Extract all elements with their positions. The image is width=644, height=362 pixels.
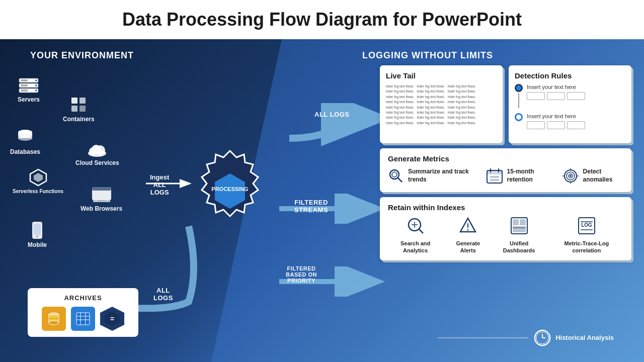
retain-item-correlation: LOG Metric-Trace-Log correlation: [550, 217, 623, 254]
web-label: Web Browsers: [80, 205, 122, 212]
svg-rect-25: [92, 187, 111, 191]
svg-point-35: [49, 321, 59, 325]
archives-icons: =: [36, 307, 130, 331]
svg-rect-6: [21, 79, 28, 81]
det-box-1a: [527, 92, 545, 100]
cloud-label: Cloud Services: [75, 159, 119, 166]
detection-item-1: Insert your text here: [515, 84, 625, 109]
anomalies-icon: [562, 168, 579, 186]
filtered-priority-label: FILTEREDBASED ONPRIORITY: [286, 265, 317, 284]
svg-rect-12: [79, 106, 86, 112]
det-box-2c: [567, 121, 585, 129]
cloud-icon: [86, 143, 108, 157]
svg-text:PROCESSING: PROCESSING: [211, 186, 248, 192]
svg-rect-48: [487, 170, 502, 174]
det-box-2b: [547, 121, 565, 129]
detection-rules-card: Detection Rules Insert your text here: [509, 65, 631, 143]
generate-metrics-wrapper: Generate Metrics Summarize and track tre…: [380, 148, 631, 192]
title-bar: Data Processing Flow Diagram for PowerPo…: [0, 0, 644, 39]
search-analytics-icon: [407, 217, 425, 237]
archive-barrel-icon: [42, 307, 66, 331]
env-item-containers: Containers: [63, 96, 95, 123]
historical-clock-icon: [533, 329, 551, 347]
generate-metrics-card: Generate Metrics Summarize and track tre…: [380, 148, 631, 192]
right-panel: Live Tail lnder fog text flows. lnder fo…: [380, 65, 631, 260]
detection-boxes-1: [527, 92, 585, 100]
svg-point-46: [392, 172, 397, 177]
svg-text:=: =: [110, 315, 114, 323]
detection-rules-wrapper: Detection Rules Insert your text here: [509, 65, 631, 143]
svg-rect-8: [21, 89, 28, 92]
metric-trace-log-icon: LOG: [578, 217, 596, 237]
svg-line-62: [419, 229, 423, 233]
slide-title: Data Processing Flow Diagram for PowerPo…: [122, 9, 522, 30]
containers-label: Containers: [63, 116, 95, 123]
live-tail-title: Live Tail: [386, 71, 497, 80]
live-tail-card: Live Tail lnder fog text flows. lnder fo…: [380, 65, 503, 143]
retain-item-dashboards: Unified Dashboards: [493, 217, 544, 254]
svg-rect-7: [21, 84, 28, 86]
correlation-text: Metric-Trace-Log correlation: [550, 240, 623, 254]
retain-indexes-title: Retain within Indexes: [388, 203, 623, 212]
metric-item-retention: 15-month retention: [486, 168, 552, 186]
svg-rect-70: [520, 219, 526, 225]
det-box-1b: [547, 92, 565, 100]
svg-rect-27: [98, 200, 105, 201]
retain-indexes-card: Retain within Indexes Search and: [380, 197, 631, 260]
detection-dot-filled: [515, 84, 523, 92]
svg-point-67: [467, 229, 469, 231]
filtered-streams-label: FILTEREDSTREAMS: [294, 199, 328, 214]
detection-connector-1: [515, 84, 523, 109]
historical-analysis-area: Historical Analysis: [438, 329, 614, 347]
detection-connector-2: [515, 113, 523, 121]
all-logs-bottom-label: ALLLOGS: [153, 287, 173, 302]
generate-alerts-icon: [459, 217, 477, 237]
all-logs-top-label: ALL LOGS: [314, 111, 349, 118]
env-item-servers: Servers: [18, 78, 40, 103]
metrics-items: Summarize and track trends: [388, 168, 623, 186]
env-item-databases: Databases: [10, 128, 40, 155]
detection-content-1: Insert your text here: [527, 84, 585, 100]
databases-label: Databases: [10, 148, 40, 155]
detection-dot-empty: [515, 113, 523, 121]
summarize-icon: [388, 168, 404, 186]
detection-label-1: Insert your text here: [527, 84, 585, 90]
mobile-label: Mobile: [28, 241, 47, 248]
detection-boxes-2: [527, 121, 585, 129]
det-box-1c: [567, 92, 585, 100]
svg-rect-69: [513, 219, 519, 225]
detection-content-2: Insert your text here: [527, 113, 585, 129]
env-item-mobile: Mobile: [28, 221, 47, 248]
svg-rect-10: [79, 98, 86, 104]
mobile-icon: [31, 221, 43, 239]
svg-point-3: [35, 79, 37, 81]
slide: Data Processing Flow Diagram for PowerPo…: [0, 0, 644, 362]
env-item-cloud: Cloud Services: [75, 143, 119, 166]
svg-point-17: [18, 136, 32, 141]
retention-text: 15-month retention: [507, 168, 552, 184]
serverless-icon: [29, 168, 47, 187]
metric-item-summarize: Summarize and track trends: [388, 168, 476, 186]
historical-line: [438, 337, 528, 338]
archives-title: ARCHIVES: [36, 294, 130, 302]
svg-point-4: [35, 84, 37, 86]
archive-hex-icon: =: [100, 307, 124, 331]
env-item-web: Web Browsers: [80, 186, 122, 212]
svg-rect-71: [513, 226, 526, 232]
web-icon: [91, 186, 112, 203]
detection-rules-title: Detection Rules: [515, 71, 625, 80]
left-section-label: YOUR ENVIRONMENT: [30, 50, 134, 61]
svg-point-21: [92, 145, 101, 154]
search-analytics-text: Search and Analytics: [388, 240, 443, 254]
svg-point-56: [570, 175, 572, 177]
metric-item-anomalies: Detect anomalies: [562, 168, 623, 186]
top-cards-row: Live Tail lnder fog text flows. lnder fo…: [380, 65, 631, 143]
svg-rect-36: [49, 318, 59, 319]
env-item-serverless: Serverless Functions: [13, 168, 63, 194]
live-tail-wrapper: Live Tail lnder fog text flows. lnder fo…: [380, 65, 503, 143]
historical-label: Historical Analysis: [555, 334, 614, 342]
detection-item-2: Insert your text here: [515, 113, 625, 129]
archives-box: ARCHIVES: [28, 288, 138, 337]
detection-label-2: Insert your text here: [527, 113, 585, 119]
svg-line-45: [397, 177, 402, 182]
